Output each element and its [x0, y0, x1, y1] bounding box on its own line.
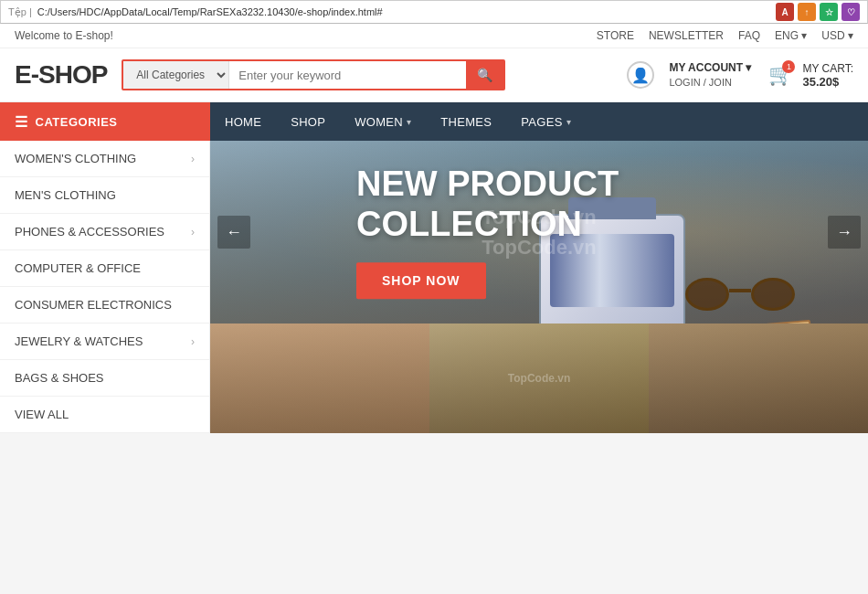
- account-sub: LOGIN / JOIN: [669, 77, 731, 88]
- address-text: C:/Users/HDC/AppData/Local/Temp/RarSEXa3…: [37, 6, 776, 17]
- hero-slider: PASSPORT TopCode.vn TopCode.vn NEW PRODU…: [210, 141, 868, 324]
- account-text: MY ACCOUNT ▾ LOGIN / JOIN: [669, 60, 751, 90]
- welcome-text: Welcome to E-shop!: [15, 29, 113, 42]
- categories-toggle[interactable]: ☰ CATEGORIES: [0, 102, 210, 141]
- top-bar: Welcome to E-shop! STORE NEWSLETTER FAQ …: [0, 24, 868, 48]
- account-icon[interactable]: 👤: [627, 61, 654, 89]
- sidebar-item-phones[interactable]: PHONES & ACCESSORIES ›: [0, 214, 209, 250]
- sidebar: WOMEN'S CLOTHING › MEN'S CLOTHING PHONES…: [0, 141, 210, 433]
- cart-area[interactable]: 🛒 1 MY CART: 35.20$: [766, 60, 853, 90]
- thumb-watermark-2: TopCode.vn: [508, 372, 570, 385]
- pages-arrow: ▾: [566, 117, 571, 127]
- sidebar-item-mens-clothing[interactable]: MEN'S CLOTHING: [0, 177, 209, 214]
- product-thumb-2[interactable]: TopCode.vn: [429, 324, 649, 433]
- cart-text: MY CART: 35.20$: [802, 62, 853, 89]
- store-link[interactable]: STORE: [597, 29, 634, 42]
- browser-icon-group: A ↑ ☆ ♡: [776, 3, 860, 21]
- sidebar-item-bags[interactable]: BAGS & SHOES: [0, 360, 209, 397]
- nav-women[interactable]: WOMEN▾: [340, 102, 426, 141]
- main-nav: ☰ CATEGORIES HOME SHOP WOMEN▾ THEMES PAG…: [0, 102, 868, 141]
- logo-suffix: SHOP: [38, 60, 107, 89]
- cart-label: MY CART:: [802, 62, 853, 75]
- sidebar-item-consumer-electronics[interactable]: CONSUMER ELECTRONICS: [0, 287, 209, 324]
- cart-badge: 1: [782, 60, 795, 73]
- category-select[interactable]: All Categories: [123, 61, 229, 89]
- main-content: WOMEN'S CLOTHING › MEN'S CLOTHING PHONES…: [0, 141, 868, 433]
- hero-title: NEW PRODUCT COLLECTION: [356, 164, 619, 244]
- sidebar-item-computer[interactable]: COMPUTER & OFFICE: [0, 250, 209, 287]
- sidebar-item-jewelry[interactable]: JEWELRY & WATCHES ›: [0, 324, 209, 360]
- product-thumb-3[interactable]: [649, 324, 868, 433]
- newsletter-link[interactable]: NEWSLETTER: [649, 29, 724, 42]
- top-bar-right: STORE NEWSLETTER FAQ ENG ▾ USD ▾: [597, 29, 853, 42]
- product-thumb-1[interactable]: [210, 324, 429, 433]
- browser-icon-2: ↑: [798, 3, 816, 21]
- nav-shop[interactable]: SHOP: [276, 102, 340, 141]
- browser-icon-3: ☆: [820, 3, 838, 21]
- cart-amount: 35.20$: [802, 75, 839, 89]
- hamburger-icon: ☰: [15, 113, 28, 131]
- my-account-button[interactable]: MY ACCOUNT ▾ LOGIN / JOIN: [669, 60, 751, 90]
- sidebar-item-womens-clothing[interactable]: WOMEN'S CLOTHING ›: [0, 141, 209, 177]
- slider-prev-button[interactable]: ←: [217, 216, 250, 249]
- search-bar: All Categories 🔍: [122, 59, 505, 90]
- shop-now-button[interactable]: SHOP NOW: [356, 263, 486, 300]
- header-right: 👤 MY ACCOUNT ▾ LOGIN / JOIN 🛒 1 MY CART:…: [627, 60, 853, 90]
- lang-selector[interactable]: ENG ▾: [775, 29, 807, 42]
- nav-home[interactable]: HOME: [210, 102, 276, 141]
- search-button[interactable]: 🔍: [466, 61, 503, 89]
- account-label: MY ACCOUNT ▾: [669, 61, 751, 74]
- categories-label: CATEGORIES: [36, 115, 118, 129]
- currency-selector[interactable]: USD ▾: [821, 29, 853, 42]
- header: E-SHOP All Categories 🔍 👤 MY ACCOUNT ▾ L…: [0, 48, 868, 102]
- hero-content: NEW PRODUCT COLLECTION SHOP NOW: [356, 164, 619, 299]
- logo-prefix: E-: [15, 60, 38, 89]
- sidebar-arrow-0: ›: [191, 153, 195, 165]
- product-row: TopCode.vn: [210, 324, 868, 433]
- nav-themes[interactable]: THEMES: [426, 102, 506, 141]
- sidebar-arrow-5: ›: [191, 335, 195, 348]
- slider-next-button[interactable]: →: [828, 216, 861, 249]
- browser-addressbar: Tệp | C:/Users/HDC/AppData/Local/Temp/Ra…: [0, 0, 868, 24]
- nav-links: HOME SHOP WOMEN▾ THEMES PAGES▾: [210, 102, 586, 141]
- tab-label: Tệp |: [8, 6, 32, 18]
- browser-icon-4: ♡: [842, 3, 860, 21]
- browser-icon-1: A: [776, 3, 794, 21]
- logo[interactable]: E-SHOP: [15, 60, 107, 90]
- search-input[interactable]: [229, 62, 466, 89]
- nav-pages[interactable]: PAGES▾: [506, 102, 586, 141]
- sidebar-item-view-all[interactable]: VIEW ALL: [0, 397, 209, 433]
- sidebar-arrow-2: ›: [191, 226, 195, 239]
- right-panel: PASSPORT TopCode.vn TopCode.vn NEW PRODU…: [210, 141, 868, 433]
- cart-icon-wrap: 🛒 1: [766, 60, 795, 90]
- women-arrow: ▾: [407, 117, 411, 127]
- faq-link[interactable]: FAQ: [738, 29, 760, 42]
